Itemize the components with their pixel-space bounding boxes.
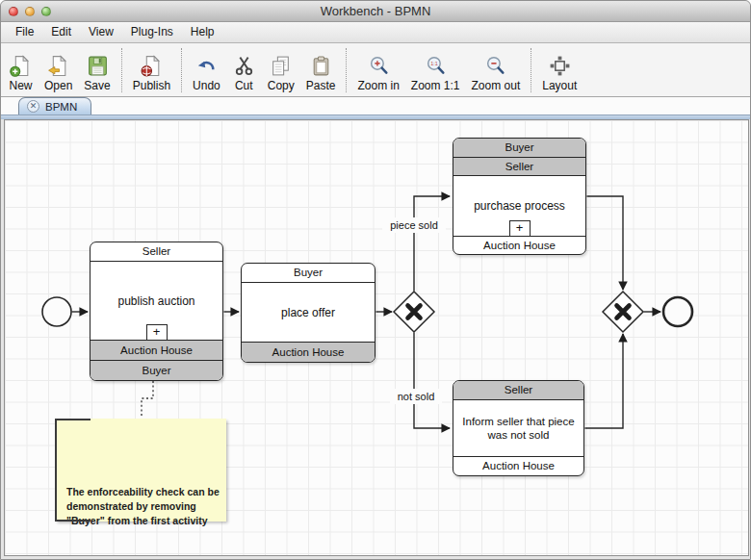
copy-icon	[269, 54, 293, 78]
undo-icon	[194, 54, 219, 78]
toolbar-label: New	[9, 79, 32, 92]
lane-buyer: Buyer	[91, 360, 222, 380]
activity-body: Inform seller that piece was not sold	[453, 400, 583, 456]
toolbar-label: Save	[84, 79, 110, 92]
toolbar-separator	[531, 48, 531, 92]
lane-seller: Seller	[453, 381, 583, 400]
toolbar-label: Zoom 1:1	[411, 79, 460, 92]
sequence-flow-piece-sold[interactable]	[414, 196, 450, 292]
lane-seller: Seller	[91, 242, 222, 262]
tab-bpmn[interactable]: ✕ BPMN	[18, 97, 91, 115]
window-title: Workbench - BPMN	[1, 1, 750, 22]
toolbar-group-publish: Publish	[127, 45, 176, 95]
save-button[interactable]: Save	[78, 45, 116, 95]
open-document-icon	[46, 54, 70, 78]
subprocess-expand-icon[interactable]: +	[146, 324, 168, 341]
copy-button[interactable]: Copy	[262, 45, 300, 95]
edge-label-not-sold: not sold	[390, 389, 442, 404]
paste-icon	[309, 54, 333, 78]
toolbar-label: Open	[44, 79, 72, 92]
menubar: File Edit View Plug-Ins Help	[1, 22, 750, 43]
close-icon[interactable]: ✕	[27, 100, 39, 113]
toolbar-separator	[181, 48, 182, 92]
cut-button[interactable]: Cut	[226, 45, 262, 95]
titlebar: Workbench - BPMN	[1, 1, 750, 22]
toolbar-label: Paste	[306, 79, 336, 92]
exclusive-gateway-merge[interactable]	[603, 292, 643, 332]
toolbar-label: Publish	[133, 79, 170, 92]
zoom-in-icon	[367, 54, 391, 78]
save-icon	[86, 54, 110, 78]
publish-button[interactable]: Publish	[127, 45, 176, 95]
annotation-bracket	[55, 419, 91, 420]
toolbar-separator	[346, 48, 347, 92]
publish-icon	[140, 54, 164, 78]
cut-icon	[232, 54, 256, 78]
toolbar-label: Cut	[235, 79, 253, 92]
activity-label: Inform seller that piece was not sold	[459, 415, 578, 442]
open-button[interactable]: Open	[39, 45, 78, 95]
tab-label: BPMN	[45, 101, 77, 113]
activity-publish-auction[interactable]: Seller publish auction + Auction House B…	[90, 242, 223, 381]
association-to-annotation[interactable]	[142, 381, 153, 417]
menu-help[interactable]: Help	[182, 22, 223, 42]
toolbar-label: Zoom in	[357, 79, 399, 92]
zoom-actual-icon: 1:1	[424, 54, 448, 78]
toolbar-group-file: New Open Save	[3, 45, 117, 95]
layout-button[interactable]: Layout	[536, 45, 583, 95]
activity-purchase-process[interactable]: Buyer Seller purchase process + Auction …	[453, 138, 586, 255]
svg-text:1:1: 1:1	[430, 61, 438, 66]
activity-inform-seller[interactable]: Seller Inform seller that piece was not …	[453, 380, 584, 476]
end-event[interactable]	[663, 297, 692, 326]
menu-edit[interactable]: Edit	[42, 22, 80, 42]
toolbar-separator	[121, 48, 122, 92]
annotation-bracket	[55, 419, 57, 522]
lane-auction-house: Auction House	[453, 456, 583, 475]
undo-button[interactable]: Undo	[187, 45, 226, 95]
new-document-icon	[9, 54, 33, 78]
lane-auction-house: Auction House	[242, 342, 375, 362]
tabbar: ✕ BPMN	[1, 97, 750, 115]
diagram-canvas[interactable]: Seller publish auction + Auction House B…	[4, 119, 749, 556]
lane-auction-house: Auction House	[91, 340, 222, 360]
activity-label: place offer	[281, 306, 335, 319]
new-button[interactable]: New	[3, 45, 39, 95]
zoom-in-button[interactable]: Zoom in	[351, 45, 404, 95]
toolbar-label: Layout	[542, 79, 577, 92]
text-annotation[interactable]: The enforceability check can be demonstr…	[55, 419, 226, 522]
zoom-out-icon	[483, 54, 507, 78]
activity-label: publish auction	[117, 294, 194, 308]
toolbar-group-layout: Layout	[536, 45, 583, 95]
activity-label: purchase process	[474, 199, 565, 213]
toolbar: New Open Save	[1, 43, 750, 97]
lane-buyer: Buyer	[242, 264, 375, 283]
exclusive-gateway-split[interactable]	[394, 292, 434, 332]
start-event[interactable]	[42, 297, 71, 326]
toolbar-group-zoom: Zoom in 1:1 Zoom 1:1 Zoom out	[351, 45, 526, 95]
layout-icon	[548, 54, 572, 78]
lane-buyer: Buyer	[453, 139, 585, 158]
toolbar-group-edit: Undo Cut Copy	[187, 45, 341, 95]
zoom-out-button[interactable]: Zoom out	[466, 45, 527, 95]
toolbar-label: Copy	[268, 79, 295, 92]
paste-button[interactable]: Paste	[300, 45, 342, 95]
menu-view[interactable]: View	[80, 22, 122, 42]
activity-body: publish auction +	[91, 262, 222, 340]
toolbar-label: Undo	[193, 79, 220, 92]
app-window: Workbench - BPMN File Edit View Plug-Ins…	[0, 0, 751, 560]
annotation-bracket	[55, 520, 91, 522]
lane-seller: Seller	[453, 158, 585, 176]
activity-body: purchase process +	[453, 176, 585, 236]
sequence-flow-not-sold[interactable]	[414, 333, 450, 429]
zoom-actual-button[interactable]: 1:1 Zoom 1:1	[405, 45, 466, 95]
menu-plugins[interactable]: Plug-Ins	[122, 22, 182, 42]
activity-body: place offer	[242, 283, 375, 342]
menu-file[interactable]: File	[7, 22, 42, 42]
lane-auction-house: Auction House	[453, 236, 585, 254]
sequence-flow-purchase-to-merge[interactable]	[587, 196, 624, 290]
sequence-flow-inform-to-merge[interactable]	[585, 334, 624, 428]
edge-label-piece-sold: piece sold	[382, 217, 446, 233]
toolbar-label: Zoom out	[472, 79, 521, 92]
activity-place-offer[interactable]: Buyer place offer Auction House	[241, 263, 376, 363]
subprocess-expand-icon[interactable]: +	[509, 220, 531, 237]
